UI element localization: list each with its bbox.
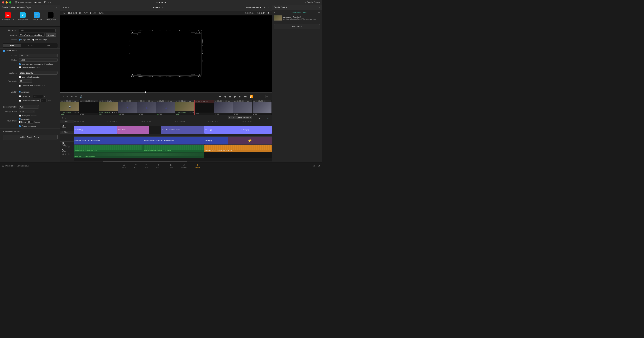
volume-icon[interactable]: 🔊 <box>80 95 82 98</box>
single-clip-input[interactable] <box>19 39 21 41</box>
clip-item-05[interactable]: 05 00:00:00:00 V3 fx fx JPEG <box>137 100 156 115</box>
hw-accel-checkbox[interactable] <box>19 63 21 65</box>
zoom-control[interactable]: 62% ▾ <box>63 7 69 9</box>
timeline-audio-icon[interactable]: 🎵 <box>266 116 270 119</box>
preset-youtube[interactable]: ▶ YouTube 1080p ▾ <box>0 12 16 23</box>
individual-clips-radio[interactable]: Individual clips <box>32 39 47 41</box>
vert-res-label[interactable]: Use vertical resolution <box>19 76 40 78</box>
key-auto-input[interactable] <box>19 118 21 120</box>
render-queue-titlebar[interactable]: ⬆ Render Queue <box>304 1 320 4</box>
timeline-tool-1[interactable]: ⊟ <box>65 117 66 119</box>
key-every-input[interactable] <box>19 121 21 123</box>
clip-item-04[interactable]: 04 00:00:00:00 V2 fx fx JPEG <box>118 100 137 115</box>
browse-button[interactable]: Browse <box>46 33 56 37</box>
render-settings-menu[interactable]: 🎬 Render Settings <box>15 1 32 4</box>
clip-item-06[interactable]: 06 00:00:00:00 V3 fx fx JPEG <box>156 100 175 115</box>
key-auto-radio[interactable]: Automatic <box>19 118 40 120</box>
v1-clip-ile[interactable]: île d'aix.jpeg <box>240 126 272 134</box>
nav-item-cut[interactable]: ✂ Cut <box>130 162 141 169</box>
limit-data-value-input[interactable] <box>40 99 46 102</box>
clip-item-07[interactable]: 07 00:01:14:05 V1 H.264 Baseline L3.1 ⬥ … <box>175 100 194 115</box>
timeline-minus-button[interactable]: − <box>254 116 256 119</box>
a1-clip-3[interactable]: WhatsApp Audio 2023-09-06 at 17.00.56.mp… <box>204 145 272 152</box>
limit-data-checkbox[interactable] <box>19 100 21 102</box>
preview-area[interactable] <box>60 16 272 92</box>
key-every-value-input[interactable] <box>27 120 33 124</box>
chapters-check-label[interactable]: Chapters from Markers <box>19 85 40 87</box>
resolution-select[interactable]: 1920 x 1080 HD <box>19 71 58 75</box>
nav-item-deliver[interactable]: ⬆ Deliver <box>191 162 204 169</box>
preset-tiktok[interactable]: ♪ TikTok 1080p ▾ <box>44 12 58 23</box>
restrict-to-input[interactable] <box>19 95 21 97</box>
nav-item-fairlight[interactable]: ♬ Fairlight <box>177 162 191 169</box>
rq-edit-button[interactable]: ✏ <box>318 11 320 14</box>
tape-menu[interactable]: 📼 Tape <box>34 1 42 4</box>
scrubber-bar[interactable] <box>60 92 272 93</box>
timeline-scrollbar[interactable] <box>60 161 272 162</box>
v1-clip-solid[interactable]: Solid Color <box>117 126 149 134</box>
clip-item-10[interactable]: 10 00:00:00:00 V2 JPEG <box>234 100 252 115</box>
v2-clip-solid[interactable]: ⚡ <box>228 137 272 144</box>
frame-rate-select[interactable]: 24 <box>19 79 32 83</box>
multi-pass-checkbox[interactable] <box>19 115 21 117</box>
tab-video[interactable]: Video <box>3 44 21 47</box>
v2-clip-2[interactable]: WhatsApp Video 2023-09-02 at 15.53.50.mp… <box>143 137 204 144</box>
limit-data-label[interactable]: Limit data rate every sec <box>19 99 51 102</box>
loop-button[interactable]: 🔁 <box>249 95 254 98</box>
encoding-profile-select[interactable]: Auto <box>19 105 39 108</box>
chapters-checkbox[interactable] <box>19 85 21 87</box>
network-opt-label[interactable]: Network Optimization <box>19 66 40 68</box>
quality-automatic-input[interactable] <box>19 91 21 93</box>
hw-accel-label[interactable]: Use hardware acceleration if available <box>19 63 53 65</box>
a1-s-button[interactable]: S <box>64 146 67 148</box>
v2-clip-card[interactable]: card1.jpeg <box>204 137 228 144</box>
prev-clip-button[interactable]: ⏮| <box>258 95 263 98</box>
clip-item-11[interactable]: 11 00:00:00:00 JPEG <box>252 100 272 115</box>
next-clip-button[interactable]: |⏭ <box>264 95 269 98</box>
entropy-mode-select[interactable]: Auto <box>19 110 36 113</box>
scrubber-handle[interactable] <box>145 91 146 93</box>
panel-menu-button[interactable]: ··· <box>56 6 58 9</box>
multi-pass-label[interactable]: Multi-pass encode <box>19 115 37 117</box>
clip-item-08[interactable]: 08 00:00:00:00 V1 JPEG <box>194 100 214 115</box>
frame-reorder-checkbox[interactable] <box>19 125 21 127</box>
location-input[interactable] <box>19 33 45 37</box>
add-to-queue-button[interactable]: Add to Render Queue <box>3 135 58 140</box>
nav-item-media[interactable]: ⊞ Media <box>118 162 130 169</box>
quality-automatic-radio[interactable]: Automatic <box>19 91 30 93</box>
key-every-radio[interactable]: Every <box>19 121 26 123</box>
file-name-input[interactable] <box>19 29 56 32</box>
render-all-button[interactable]: Render All <box>274 24 320 29</box>
restrict-to-radio[interactable]: Restrict to <box>19 95 30 97</box>
v2-clip-1[interactable]: WhatsApp Video 2023-09-02 at 15.53... <box>74 137 143 144</box>
a1-m-button[interactable]: M <box>68 146 70 148</box>
rq-close-button[interactable]: ✕ <box>318 6 320 9</box>
format-select[interactable]: QuickTime <box>19 54 58 57</box>
home-icon[interactable]: ⌂ <box>313 164 315 167</box>
a1-clip-2[interactable]: WhatsApp Video 2023-09-02 at 15.53.50.mp… <box>143 145 204 152</box>
export-video-checkbox[interactable] <box>3 50 5 52</box>
tab-file[interactable]: File <box>40 44 57 47</box>
clip-item-09[interactable]: 09 00:00:00:00 V2 JPEG <box>214 100 234 115</box>
nav-item-color[interactable]: ◐ Color <box>165 162 177 169</box>
stop-button[interactable]: ⏹ <box>228 95 232 98</box>
a2-m-button[interactable]: M <box>68 153 70 155</box>
minimize-button[interactable] <box>6 1 8 4</box>
settings-icon[interactable]: ⚙ <box>318 164 320 167</box>
step-back-button[interactable]: ◀ <box>223 95 227 98</box>
options-icon[interactable]: ⋯ <box>267 6 269 9</box>
nav-item-edit[interactable]: ✎ Edit <box>141 162 152 169</box>
go-to-start-button[interactable]: ⏮ <box>218 95 222 98</box>
timeline-plus-button[interactable]: + <box>262 116 265 119</box>
preset-twitter[interactable]: 🐦 Twitter 1080p ▾ <box>30 12 44 23</box>
a2-clip-1[interactable]: Dove Love - Quincas Moreira.mp3 <box>74 152 204 158</box>
individual-clips-input[interactable] <box>32 39 34 41</box>
v1-clip-acad[interactable]: acad 1.jpg <box>204 126 240 134</box>
network-opt-checkbox[interactable] <box>19 66 21 68</box>
restrict-value-input[interactable] <box>33 95 43 98</box>
play-button[interactable]: ▶ <box>234 95 237 98</box>
timeline-scroll-thumb[interactable] <box>103 161 187 162</box>
maximize-button[interactable] <box>9 1 11 4</box>
tab-audio[interactable]: Audio <box>21 44 39 47</box>
render-dropdown[interactable]: Render : Entire Timeline ▾ <box>228 116 252 119</box>
